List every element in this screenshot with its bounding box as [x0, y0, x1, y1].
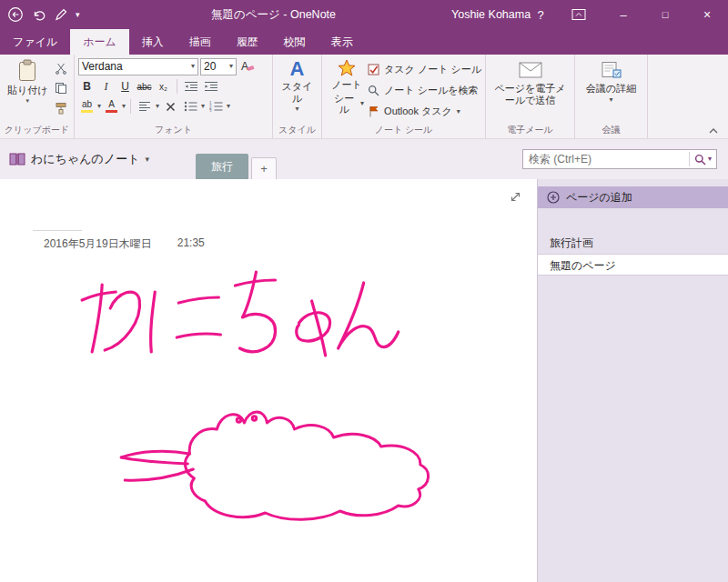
email-page-label: ページを電子メールで送信: [493, 83, 567, 105]
font-size-caret-icon: ▾: [226, 63, 233, 70]
font-family-caret-icon: ▾: [187, 63, 195, 70]
page-time: 21:35: [177, 236, 205, 252]
page-list-item-selected[interactable]: 無題のページ: [538, 254, 728, 276]
back-icon[interactable]: [7, 6, 24, 23]
font-size-combobox[interactable]: 20 ▾: [200, 58, 237, 75]
find-tags-button[interactable]: ノート シールを検索: [368, 81, 481, 100]
decrease-indent-icon[interactable]: [182, 77, 200, 95]
group-font: Verdana ▾ 20 ▾ A B I U abc x₂: [75, 55, 273, 138]
notebook-dropdown[interactable]: わにちゃんのノート ▾: [0, 151, 149, 167]
checkbox-icon: [368, 64, 379, 75]
page-canvas[interactable]: 2016年5月19日木曜日 21:35: [0, 179, 537, 582]
meeting-details-label: 会議の詳細: [586, 83, 636, 95]
underline-button[interactable]: U: [116, 78, 134, 95]
format-painter-button[interactable]: [52, 99, 70, 117]
add-section-button[interactable]: +: [251, 157, 277, 179]
maximize-button[interactable]: □: [644, 0, 686, 29]
highlight-caret-icon[interactable]: ▾: [97, 103, 101, 110]
outlook-tasks-label: Outlook タスク: [384, 105, 452, 118]
group-label-clipboard: クリップボード: [0, 124, 74, 136]
tag-search-icon: [368, 85, 379, 96]
task-tag-label: タスク ノート シール: [384, 63, 481, 76]
styles-button[interactable]: A スタイル ▾: [277, 57, 318, 115]
notebook-bar: わにちゃんのノート ▾ 旅行 + ▾: [0, 139, 728, 179]
italic-button[interactable]: I: [97, 78, 115, 95]
collapse-ribbon-icon[interactable]: [708, 127, 719, 135]
paste-label: 貼り付け: [7, 85, 48, 96]
flag-icon: [368, 105, 379, 117]
add-page-label: ページの追加: [566, 190, 632, 206]
full-page-view-icon[interactable]: [509, 190, 522, 204]
tag-caret-icon: ▾: [360, 100, 364, 107]
section-tab-travel[interactable]: 旅行: [196, 154, 248, 179]
ribbon-tab-strip: ファイル ホーム 挿入 描画 履歴 校閲 表示: [0, 29, 728, 55]
clear-formatting-button[interactable]: A: [238, 57, 257, 75]
delete-icon[interactable]: [161, 97, 179, 115]
group-tags: ノート シール▾ タスク ノート シール ノート シールを検索: [322, 55, 486, 138]
tab-home[interactable]: ホーム: [70, 29, 129, 55]
font-family-combobox[interactable]: Verdana ▾: [78, 58, 198, 75]
notebook-caret-icon: ▾: [145, 155, 149, 164]
minimize-button[interactable]: –: [602, 0, 644, 29]
pen-mode-icon[interactable]: [55, 8, 67, 21]
group-label-tags: ノート シール: [322, 124, 485, 136]
tag-label-line2: シール: [329, 93, 359, 115]
outlook-tasks-button[interactable]: Outlook タスク ▾: [368, 102, 481, 121]
tab-file[interactable]: ファイル: [0, 29, 70, 55]
page-date: 2016年5月19日木曜日: [44, 236, 152, 252]
account-name[interactable]: Yoshie Kohama: [451, 0, 531, 29]
ribbon: 貼り付け ▼ クリップボード Verdana: [0, 55, 728, 139]
cut-button[interactable]: [52, 59, 70, 77]
group-label-styles: スタイル: [273, 124, 321, 136]
bold-button[interactable]: B: [78, 78, 96, 95]
font-color-caret-icon[interactable]: ▾: [122, 103, 126, 110]
ribbon-display-options-icon[interactable]: [566, 0, 592, 29]
envelope-icon: [519, 59, 542, 81]
numbered-list-icon[interactable]: 123: [207, 97, 225, 115]
help-button[interactable]: ?: [530, 0, 551, 29]
search-input[interactable]: [523, 153, 689, 166]
tab-insert[interactable]: 挿入: [129, 29, 177, 55]
tab-review[interactable]: 校閲: [271, 29, 318, 55]
group-email: ページを電子メールで送信 電子メール: [486, 55, 575, 138]
alignment-caret-icon[interactable]: ▾: [156, 103, 159, 110]
clipboard-icon: [17, 59, 37, 83]
copy-button[interactable]: [52, 79, 70, 97]
group-meeting: 会議の詳細 ▾ 会議: [575, 55, 648, 138]
paragraph-alignment-icon[interactable]: [136, 97, 154, 115]
highlight-label: ab: [82, 100, 92, 109]
divider: [177, 79, 177, 94]
task-tag-button[interactable]: タスク ノート シール: [368, 60, 481, 79]
note-tag-button[interactable]: ノート シール▾: [326, 57, 368, 117]
highlight-button[interactable]: ab: [78, 98, 96, 115]
numbering-caret-icon[interactable]: ▾: [227, 103, 230, 110]
tab-view[interactable]: 表示: [318, 29, 366, 55]
search-box: ▾: [522, 149, 717, 169]
page-list-item[interactable]: 旅行計画: [538, 232, 728, 254]
tab-history[interactable]: 履歴: [224, 29, 271, 55]
tab-draw[interactable]: 描画: [177, 29, 224, 55]
add-page-button[interactable]: ページの追加: [538, 186, 728, 208]
tag-star-icon: [338, 59, 356, 77]
meeting-details-button[interactable]: 会議の詳細 ▾: [579, 57, 643, 105]
strikethrough-button[interactable]: abc: [136, 78, 153, 95]
search-scope-button[interactable]: ▾: [690, 154, 716, 166]
bullet-list-icon[interactable]: [181, 97, 199, 115]
window-title: 無題のページ - OneNote: [211, 0, 336, 29]
onenote-window: ▾ 無題のページ - OneNote Yoshie Kohama ? – □ ×…: [0, 0, 728, 582]
qat-customize-caret-icon[interactable]: ▾: [76, 10, 80, 19]
group-clipboard: 貼り付け ▼ クリップボード: [0, 55, 75, 138]
email-page-button[interactable]: ページを電子メールで送信: [490, 57, 571, 107]
bullet-caret-icon[interactable]: ▾: [201, 103, 205, 110]
search-scope-caret-icon: ▾: [708, 156, 712, 163]
close-button[interactable]: ×: [686, 0, 728, 29]
meeting-caret-icon: ▾: [609, 96, 612, 104]
notebook-icon: [9, 152, 25, 166]
undo-icon[interactable]: [32, 8, 46, 22]
group-label-meeting: 会議: [575, 124, 647, 136]
paste-button[interactable]: 貼り付け ▼: [4, 57, 52, 105]
tag-label-line1: ノート: [331, 79, 362, 91]
font-color-button[interactable]: A: [103, 98, 120, 115]
subscript-button[interactable]: x₂: [155, 78, 172, 95]
increase-indent-icon[interactable]: [202, 77, 220, 95]
